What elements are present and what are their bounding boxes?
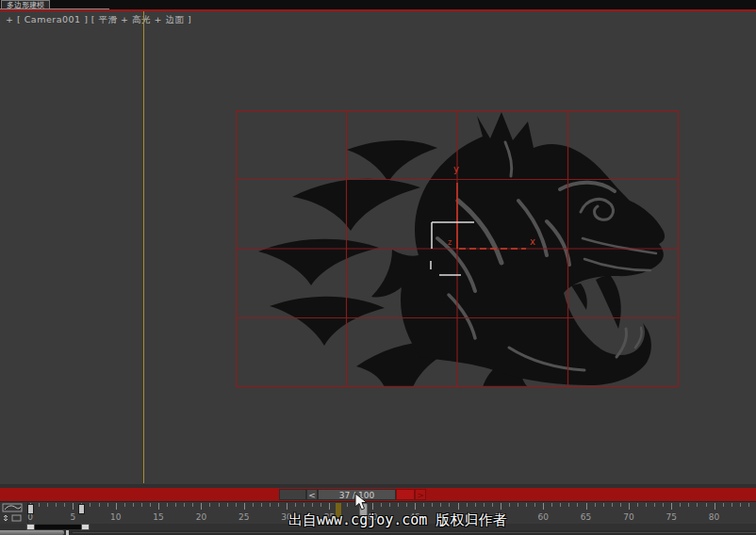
frame-tick bbox=[492, 503, 493, 507]
frame-tick bbox=[192, 503, 193, 507]
frame-tick-label: 75 bbox=[666, 512, 677, 522]
frame-tick-label: 20 bbox=[196, 512, 206, 522]
trackbar-tools[interactable] bbox=[0, 502, 28, 524]
frame-tick bbox=[748, 503, 749, 507]
frame-tick bbox=[107, 503, 108, 507]
ribbon-bar: 多边形建模 bbox=[0, 0, 756, 9]
frame-tick-label: 60 bbox=[537, 512, 548, 522]
frame-tick bbox=[295, 503, 296, 507]
keyframe-marker[interactable] bbox=[27, 504, 34, 514]
axis-label-y: y bbox=[453, 164, 459, 174]
frame-tick bbox=[261, 503, 262, 507]
frame-tick bbox=[39, 503, 40, 507]
frame-tick bbox=[680, 503, 681, 507]
frame-tick bbox=[697, 503, 698, 507]
time-slider-handle-right[interactable] bbox=[396, 489, 415, 500]
key-range-bar[interactable] bbox=[26, 525, 90, 529]
frame-tick bbox=[398, 503, 399, 507]
previous-frame-button[interactable]: < bbox=[306, 489, 318, 500]
frame-tick bbox=[329, 503, 330, 510]
frame-tick bbox=[620, 503, 621, 507]
frame-tick bbox=[150, 503, 151, 507]
time-slider-track[interactable]: < 37 / 100 > bbox=[0, 488, 756, 501]
frame-tick bbox=[56, 503, 57, 507]
range-handle-end[interactable] bbox=[81, 524, 90, 530]
frame-tick bbox=[124, 503, 125, 507]
mouse-cursor bbox=[354, 493, 370, 511]
frame-tick bbox=[551, 503, 552, 507]
frame-tick bbox=[671, 503, 672, 510]
frame-tick bbox=[406, 503, 407, 507]
keyframe-marker[interactable] bbox=[78, 504, 85, 514]
frame-tick bbox=[133, 503, 134, 507]
frame-tick bbox=[73, 503, 74, 510]
frame-tick bbox=[389, 503, 390, 507]
range-handle-start[interactable] bbox=[26, 524, 35, 530]
frame-tick bbox=[612, 503, 613, 507]
scrollbar-groove bbox=[73, 532, 756, 533]
axis-label-x: x bbox=[530, 236, 535, 247]
frame-tick-label: 15 bbox=[153, 512, 163, 522]
tiger-fangs bbox=[571, 276, 621, 329]
frame-tick bbox=[688, 503, 689, 507]
frame-tick bbox=[270, 503, 271, 507]
active-viewport-border-left bbox=[143, 11, 144, 483]
frame-tick bbox=[116, 503, 117, 510]
frame-tick bbox=[175, 503, 176, 507]
frame-tick bbox=[236, 503, 237, 507]
frame-tick bbox=[501, 503, 501, 510]
frame-tick bbox=[458, 503, 459, 510]
frame-tick bbox=[287, 503, 288, 510]
frame-tick bbox=[184, 503, 185, 507]
frame-tick bbox=[577, 503, 578, 507]
application-window: 多边形建模 + [ Camera001 ] [ 平滑 + 高光 + 边面 ] bbox=[0, 0, 756, 535]
frame-tick bbox=[312, 503, 313, 507]
frame-tick bbox=[372, 503, 373, 510]
frame-tick bbox=[141, 503, 142, 507]
frame-tick bbox=[715, 503, 715, 510]
frame-tick-label: 65 bbox=[581, 512, 591, 522]
frame-tick bbox=[278, 503, 279, 507]
frame-tick bbox=[47, 503, 48, 507]
frame-tick bbox=[509, 503, 510, 507]
frame-tick bbox=[253, 503, 254, 507]
frame-tick bbox=[320, 503, 321, 507]
next-frame-button[interactable]: > bbox=[415, 489, 426, 500]
frame-tick bbox=[432, 503, 433, 507]
frame-tick bbox=[646, 503, 647, 507]
plane-object[interactable]: y x z bbox=[236, 110, 679, 387]
frame-tick-label: 70 bbox=[623, 512, 633, 522]
frame-tick bbox=[467, 503, 468, 507]
frame-tick bbox=[415, 503, 416, 510]
frame-tick-label: 80 bbox=[709, 512, 719, 522]
frame-tick bbox=[167, 503, 168, 507]
frame-tick bbox=[586, 503, 587, 510]
frame-tick bbox=[706, 503, 707, 507]
time-slider-handle-left[interactable] bbox=[279, 489, 306, 500]
frame-tick bbox=[423, 503, 424, 507]
frame-tick bbox=[209, 503, 210, 507]
mini-curve-editor-icon[interactable] bbox=[0, 502, 26, 523]
bottom-scrollbar bbox=[0, 530, 756, 535]
tiger-texture-plane: y x z bbox=[236, 110, 679, 387]
frame-tick bbox=[534, 503, 535, 507]
scrollbar-tick bbox=[66, 530, 69, 535]
frame-tick bbox=[484, 503, 485, 507]
frame-tick bbox=[629, 503, 630, 510]
frame-tick bbox=[663, 503, 664, 507]
frame-tick bbox=[201, 503, 202, 510]
scrollbar-thumb[interactable] bbox=[0, 530, 64, 535]
frame-tick bbox=[158, 503, 159, 510]
frame-tick bbox=[347, 503, 348, 507]
viewport-label[interactable]: + [ Camera001 ] [ 平滑 + 高光 + 边面 ] bbox=[6, 14, 191, 26]
camera-viewport[interactable]: + [ Camera001 ] [ 平滑 + 高光 + 边面 ] bbox=[0, 11, 756, 483]
frame-tick bbox=[723, 503, 724, 507]
frame-tick bbox=[449, 503, 450, 507]
frame-tick bbox=[637, 503, 638, 507]
frame-tick bbox=[90, 503, 90, 507]
frame-tick-label: 25 bbox=[238, 512, 249, 522]
frame-tick bbox=[560, 503, 561, 507]
frame-tick bbox=[99, 503, 100, 507]
frame-tick bbox=[304, 503, 304, 507]
frame-tick bbox=[526, 503, 527, 507]
